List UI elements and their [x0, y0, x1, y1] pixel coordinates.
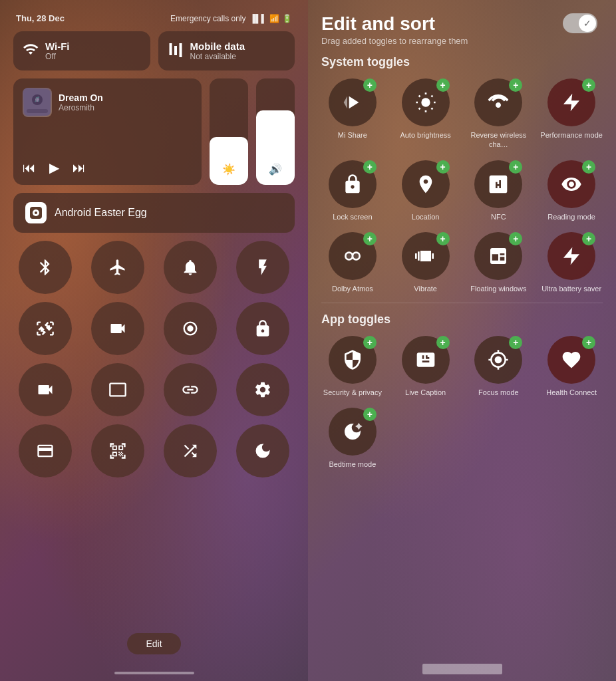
easter-egg-label: Android Easter Egg: [55, 207, 147, 219]
svg-point-10: [421, 98, 430, 106]
toggle-link[interactable]: [164, 363, 217, 416]
toggle-screen-mirror[interactable]: [91, 363, 144, 416]
toggle-settings[interactable]: [236, 363, 289, 416]
home-indicator-right: [422, 664, 502, 674]
media-artist: Aerosmith: [59, 103, 192, 112]
nfc-label: NFC: [491, 212, 506, 221]
status-icons: ▐▌▌ 📶 🔋: [249, 14, 292, 23]
mi-share-btn[interactable]: +: [329, 78, 377, 126]
volume-icon: 🔊: [269, 163, 282, 176]
edit-button[interactable]: Edit: [127, 633, 180, 654]
toggle-item-ultra-battery: + Ultra battery saver: [540, 232, 603, 293]
live-caption-plus: +: [436, 336, 450, 349]
home-indicator-left: [114, 672, 194, 674]
brightness-fill: [210, 137, 248, 185]
easter-egg-icon: [25, 202, 47, 223]
toggle-screen-record[interactable]: [91, 302, 144, 355]
mobile-data-name: Mobile data: [190, 41, 245, 52]
floating-windows-plus: +: [509, 232, 522, 245]
reverse-wireless-label: Reverse wireless cha…: [468, 130, 530, 150]
section-divider: [321, 303, 603, 303]
toggle-screen-lock[interactable]: [236, 302, 289, 355]
right-panel: Edit and sort Drag added toggles to rear…: [308, 0, 616, 681]
floating-windows-btn[interactable]: +: [474, 232, 522, 280]
reading-mode-btn[interactable]: +: [547, 160, 595, 208]
toggle-item-auto-brightness: + Auto brightness: [394, 78, 457, 150]
lock-screen-btn[interactable]: +: [329, 160, 377, 208]
emergency-text: Emergency calls only: [170, 14, 245, 23]
performance-plus: +: [582, 78, 595, 92]
svg-text:🎵: 🎵: [34, 96, 41, 102]
next-button[interactable]: ⏭: [73, 160, 86, 176]
system-toggles-title: System toggles: [321, 55, 603, 69]
toggle-bluetooth[interactable]: [19, 241, 72, 294]
toggle-item-reverse-wireless: + Reverse wireless cha…: [468, 78, 530, 150]
nfc-btn[interactable]: +: [474, 160, 522, 208]
easter-egg-tile[interactable]: Android Easter Egg: [13, 193, 295, 233]
toggle-scan[interactable]: [91, 424, 144, 477]
mobile-data-status: Not available: [190, 52, 245, 61]
toggle-screenshot[interactable]: [19, 302, 72, 355]
left-panel: Thu, 28 Dec Emergency calls only ▐▌▌ 📶 🔋…: [0, 0, 308, 681]
toggle-item-focus-mode: + Focus mode: [468, 336, 530, 397]
toggle-item-bedtime: + Bedtime mode: [321, 408, 384, 469]
vibrate-btn[interactable]: +: [402, 232, 450, 280]
play-button[interactable]: ▶: [49, 160, 59, 176]
media-row: 🎵 Dream On Aerosmith ⏮ ▶ ⏭ ☀️ �: [13, 78, 295, 185]
wifi-tile-icon: [23, 41, 39, 61]
security-btn[interactable]: +: [329, 336, 377, 384]
vibrate-plus: +: [436, 232, 450, 245]
toggle-item-reading-mode: + Reading mode: [540, 160, 603, 221]
toggle-item-floating-windows: + Floating windows: [468, 232, 530, 293]
ultra-battery-label: Ultra battery saver: [541, 284, 601, 293]
performance-mode-btn[interactable]: +: [547, 78, 595, 126]
toggle-airplane[interactable]: [91, 241, 144, 294]
check-toggle-knob: ✓: [579, 15, 596, 32]
location-btn[interactable]: +: [402, 160, 450, 208]
toggle-item-dolby-atmos: + Dolby Atmos: [321, 232, 384, 293]
mobile-data-text: Mobile data Not available: [190, 41, 245, 61]
location-label: Location: [412, 212, 440, 221]
toggle-shuffle[interactable]: [164, 424, 217, 477]
toggle-flashlight[interactable]: [236, 241, 289, 294]
toggle-moon[interactable]: [236, 424, 289, 477]
focus-mode-btn[interactable]: +: [474, 336, 522, 384]
media-top: 🎵 Dream On Aerosmith: [23, 88, 192, 117]
wifi-tile-name: Wi-Fi: [45, 41, 70, 52]
dolby-atmos-btn[interactable]: +: [329, 232, 377, 280]
health-connect-btn[interactable]: +: [547, 336, 595, 384]
mi-share-plus: +: [363, 78, 377, 92]
auto-brightness-label: Auto brightness: [400, 130, 450, 140]
live-caption-label: Live Caption: [405, 388, 446, 397]
reverse-wireless-btn[interactable]: +: [474, 78, 522, 126]
toggle-record[interactable]: [164, 302, 217, 355]
toggle-camera[interactable]: [19, 363, 72, 416]
prev-button[interactable]: ⏮: [23, 160, 36, 176]
wifi-tile[interactable]: Wi-Fi Off: [13, 31, 150, 70]
edit-header: Edit and sort Drag added toggles to rear…: [321, 13, 603, 46]
mobile-data-tile[interactable]: Mobile data Not available: [158, 31, 295, 70]
focus-mode-plus: +: [509, 336, 522, 349]
toggle-notifications[interactable]: [164, 241, 217, 294]
dolby-atmos-plus: +: [363, 232, 377, 245]
signal-icon: ▐▌▌: [249, 14, 267, 23]
toggle-item-vibrate: + Vibrate: [394, 232, 457, 293]
focus-mode-label: Focus mode: [478, 388, 519, 397]
media-title: Dream On: [59, 92, 192, 103]
live-caption-btn[interactable]: +: [402, 336, 450, 384]
reading-mode-label: Reading mode: [547, 212, 595, 221]
mi-share-label: Mi Share: [338, 130, 367, 140]
lock-screen-label: Lock screen: [333, 212, 372, 221]
svg-point-9: [187, 325, 193, 331]
brightness-slider[interactable]: ☀️: [210, 78, 248, 185]
slider-group: ☀️ 🔊: [210, 78, 295, 185]
ultra-battery-btn[interactable]: +: [547, 232, 595, 280]
done-toggle[interactable]: ✓: [563, 13, 597, 33]
volume-slider[interactable]: 🔊: [256, 78, 295, 185]
auto-brightness-btn[interactable]: +: [402, 78, 450, 126]
edit-header-text: Edit and sort Drag added toggles to rear…: [321, 13, 468, 46]
bedtime-btn[interactable]: +: [329, 408, 377, 456]
toggle-card[interactable]: [19, 424, 72, 477]
nfc-plus: +: [509, 160, 522, 174]
media-info: Dream On Aerosmith: [59, 92, 192, 112]
